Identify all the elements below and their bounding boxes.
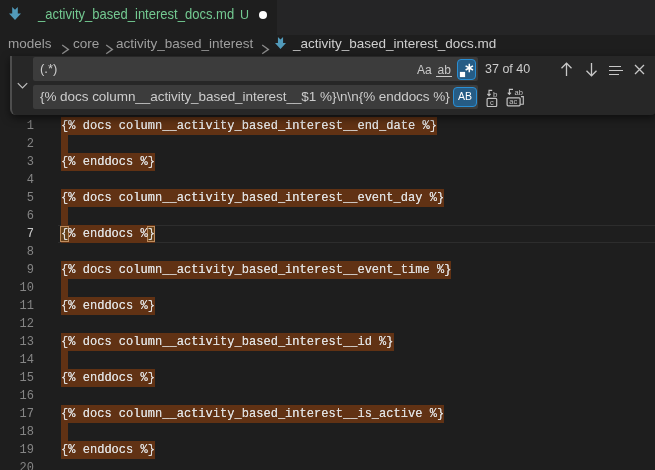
svg-text:c: c [490, 98, 494, 107]
svg-text:ac: ac [509, 97, 517, 106]
